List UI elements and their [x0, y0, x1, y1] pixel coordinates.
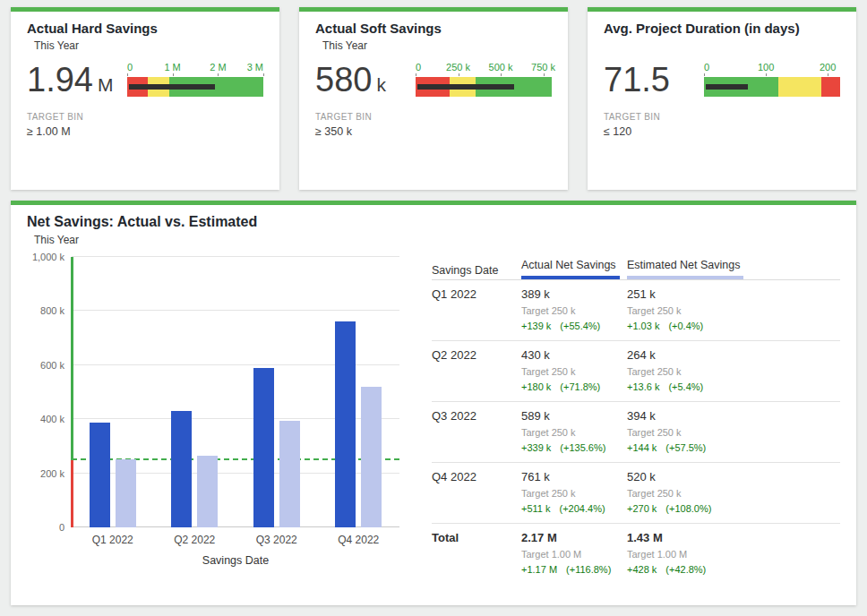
- cell-value: 264 k: [627, 348, 833, 362]
- bar-estimated[interactable]: [279, 421, 300, 527]
- bar-actual[interactable]: [335, 321, 356, 527]
- bullet-tick-label: 1 M: [164, 62, 180, 73]
- bar-estimated[interactable]: [197, 456, 218, 527]
- bullet-measure-bar: [706, 84, 748, 90]
- kpi-card-project-duration: Avg. Project Duration (in days) 71.5 010…: [588, 7, 856, 190]
- cell-target: Target 250 k: [521, 305, 620, 317]
- kpi-title: Actual Hard Savings: [27, 21, 263, 36]
- table-row[interactable]: Q4 2022761 kTarget 250 k+511 k(+204.4%)5…: [432, 463, 840, 524]
- bar-group: [154, 257, 236, 527]
- bullet-tick-row: 01 M2 M3 M: [127, 62, 263, 76]
- bullet-tick-mark: [544, 73, 545, 76]
- x-tick-label: Q3 2022: [236, 527, 318, 546]
- cell-actual: 430 kTarget 250 k+180 k(+71.8%): [521, 341, 627, 402]
- y-tick-label: 0: [59, 522, 64, 533]
- cell-estimated: 394 kTarget 250 k+144 k(+57.5%): [627, 402, 840, 463]
- row-date: Q4 2022: [432, 463, 521, 524]
- cell-value: 761 k: [521, 470, 620, 483]
- col-header-estimated-label: Estimated Net Savings: [627, 259, 740, 271]
- cell-change: +180 k(+71.8%): [521, 381, 620, 393]
- kpi-value-unit: k: [376, 74, 386, 95]
- legend-swatch-estimated: [627, 276, 743, 279]
- x-tick-label: Q1 2022: [72, 527, 154, 546]
- change-delta: +13.6 k: [627, 381, 659, 393]
- bar-actual[interactable]: [90, 423, 110, 527]
- bullet-tick-mark: [828, 73, 828, 76]
- x-axis-labels: Q1 2022Q2 2022Q3 2022Q4 2022: [72, 527, 399, 546]
- bar-estimated[interactable]: [361, 387, 382, 527]
- target-bin-value: ≥ 350 k: [315, 125, 552, 138]
- bullet-tick-mark: [704, 73, 705, 76]
- cell-target: Target 250 k: [627, 366, 833, 378]
- bullet-tick-row: 0100200: [704, 62, 840, 76]
- cell-target: Target 250 k: [521, 366, 620, 378]
- change-delta: +144 k: [627, 442, 657, 454]
- change-percent: (+55.4%): [560, 321, 600, 332]
- change-delta: +428 k: [627, 564, 657, 576]
- table-row[interactable]: Q3 2022589 kTarget 250 k+339 k(+135.6%)3…: [432, 402, 840, 463]
- bar-group: [72, 257, 154, 527]
- kpi-row: Actual Hard Savings This Year 1.94M 01 M…: [11, 7, 856, 190]
- bullet-tick-mark: [127, 73, 128, 76]
- bullet-tick-mark: [501, 73, 502, 76]
- bullet-tick-label: 0: [416, 62, 421, 73]
- cell-change: +511 k(+204.4%): [521, 503, 620, 515]
- kpi-subtitle: This Year: [34, 39, 263, 53]
- target-bin-value: ≥ 1.00 M: [27, 125, 263, 138]
- bullet-tick-mark: [263, 73, 264, 76]
- bullet-tick-label: 250 k: [446, 62, 470, 73]
- bullet-tick-mark: [459, 73, 459, 76]
- cell-actual: 389 kTarget 250 k+139 k(+55.4%): [521, 280, 627, 341]
- table-row[interactable]: Q1 2022389 kTarget 250 k+139 k(+55.4%)25…: [432, 280, 840, 341]
- cell-actual: 589 kTarget 250 k+339 k(+135.6%): [521, 402, 627, 463]
- change-percent: (+135.6%): [560, 442, 605, 454]
- kpi-title: Avg. Project Duration (in days): [604, 21, 840, 36]
- table-total-row[interactable]: Total2.17 MTarget 1.00 M+1.17 M(+116.8%)…: [432, 524, 840, 585]
- bullet-chart[interactable]: 01 M2 M3 M: [127, 62, 263, 97]
- bullet-measure-bar: [417, 84, 514, 90]
- bullet-chart[interactable]: 0100200: [704, 62, 840, 97]
- kpi-card-soft-savings: Actual Soft Savings This Year 580k 0250 …: [299, 7, 568, 190]
- axis-above-target-segment: [71, 257, 73, 460]
- target-bin-label: TARGET BIN: [315, 112, 552, 122]
- change-percent: (+57.5%): [665, 442, 706, 454]
- bullet-band: [821, 77, 840, 97]
- change-delta: +1.17 M: [521, 564, 557, 576]
- cell-change: +13.6 k(+5.4%): [627, 381, 833, 393]
- cell-change: +144 k(+57.5%): [627, 442, 833, 454]
- change-delta: +1.03 k: [627, 321, 659, 332]
- change-delta: +339 k: [521, 442, 551, 454]
- change-delta: +511 k: [521, 503, 551, 515]
- cell-target: Target 1.00 M: [627, 549, 833, 560]
- cell-value: 389 k: [521, 287, 620, 301]
- plot-area: [72, 257, 399, 527]
- col-header-estimated: Estimated Net Savings: [627, 259, 840, 280]
- bar-estimated[interactable]: [116, 459, 136, 527]
- col-header-actual: Actual Net Savings: [521, 259, 627, 280]
- cell-change: +139 k(+55.4%): [521, 321, 620, 332]
- legend-swatch-actual: [521, 276, 620, 279]
- bullet-chart[interactable]: 0250 k500 k750 k: [416, 62, 552, 97]
- cell-estimated: 264 kTarget 250 k+13.6 k(+5.4%): [627, 341, 840, 402]
- kpi-subtitle: [611, 39, 840, 53]
- bar-group: [236, 257, 318, 527]
- table-row[interactable]: Q2 2022430 kTarget 250 k+180 k(+71.8%)26…: [432, 341, 840, 402]
- cell-value: 430 k: [521, 348, 620, 362]
- kpi-value-number: 1.94: [27, 61, 93, 98]
- kpi-title: Actual Soft Savings: [315, 21, 552, 36]
- main-body: 0200 k400 k600 k800 k1,000 k Q1 2022Q2 2…: [27, 257, 840, 584]
- bullet-bar: [127, 77, 263, 97]
- bar-actual[interactable]: [253, 368, 274, 527]
- target-bin-label: TARGET BIN: [27, 112, 263, 122]
- plot-row: 0200 k400 k600 k800 k1,000 k: [27, 257, 407, 527]
- bullet-tick-mark: [218, 73, 219, 76]
- bar-actual[interactable]: [171, 411, 192, 527]
- cell-actual: 761 kTarget 250 k+511 k(+204.4%): [521, 463, 627, 524]
- cell-value: 2.17 M: [521, 531, 620, 544]
- change-delta: +270 k: [627, 503, 657, 515]
- x-tick-label: Q4 2022: [318, 527, 400, 546]
- kpi-value-number: 71.5: [604, 61, 670, 98]
- cell-target: Target 250 k: [627, 488, 833, 500]
- bullet-tick-label: 0: [127, 62, 133, 73]
- main-chart-title: Net Savings: Actual vs. Estimated: [27, 214, 840, 230]
